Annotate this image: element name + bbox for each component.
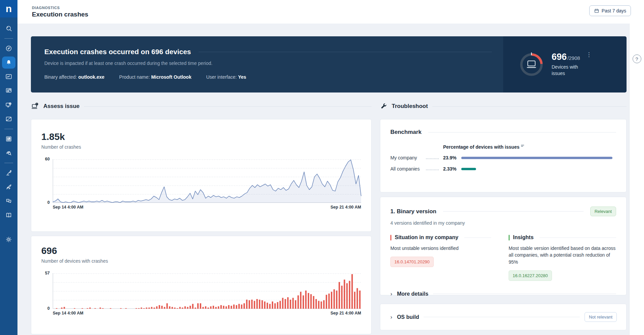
- breadcrumb: DIAGNOSTICS: [32, 6, 88, 10]
- nexthink-logo[interactable]: n: [0, 0, 17, 17]
- alerts-bell-icon[interactable]: [2, 57, 15, 69]
- card-rule: [433, 294, 616, 294]
- impact-subtitle: Device is impacted if at least one crash…: [44, 61, 492, 66]
- nav-divider: [4, 163, 13, 163]
- red-accent-bar: [390, 235, 391, 240]
- chevron-right-icon: ›: [390, 291, 392, 297]
- more-details-toggle[interactable]: › More details: [390, 291, 616, 297]
- devices-gauge-panel: 696 /2908 ⋮ Devices with issues: [503, 36, 627, 92]
- banner-rule: [199, 52, 492, 52]
- crashes-x-axis: Sep 14 4:00 AM Sep 21 4:00 AM: [53, 205, 361, 210]
- wrench-icon: [380, 103, 387, 110]
- benchmark-table: Percentage of devices with issues My com…: [390, 144, 616, 172]
- section-rule: [84, 106, 372, 107]
- impact-banner-main: Execution crashes occurred on 696 device…: [31, 36, 503, 92]
- sub-rule: [540, 237, 616, 238]
- benchmark-card: Benchmark Percentage of devices with iss…: [380, 119, 627, 192]
- kebab-menu-icon[interactable]: ⋮: [586, 53, 592, 56]
- monitoring-chart-icon[interactable]: [2, 71, 15, 83]
- fact-ui: User interface:Yes: [206, 74, 246, 80]
- all-companies-bar: [461, 168, 476, 170]
- assess-issue-column: Assess issue 1.85k Number of crashes 60 …: [31, 102, 372, 334]
- devices-total: /2908: [567, 55, 580, 61]
- sub-rule: [464, 237, 491, 238]
- binary-version-card: 1. Binary version Relevant 4 versions id…: [380, 197, 627, 295]
- settings-gear-icon[interactable]: [2, 233, 15, 246]
- chevron-right-icon: ›: [390, 314, 392, 320]
- devices-chart-card: 696 Number of devices with crashes 57 0 …: [31, 236, 372, 334]
- laptop-icon: [527, 61, 536, 68]
- remote-device-icon[interactable]: [2, 99, 15, 111]
- impact-facts: Binary affected:outlook.exe Product name…: [44, 74, 492, 80]
- more-details-label: More details: [397, 291, 428, 297]
- relevant-badge: Relevant: [590, 207, 616, 216]
- time-period-button[interactable]: Past 7 days: [589, 5, 631, 16]
- binary-version-title: 1. Binary version: [390, 208, 436, 215]
- troubleshoot-column: Troubleshoot Benchmark Percentage of dev…: [380, 102, 627, 334]
- content-edit-icon[interactable]: [2, 113, 15, 125]
- crashes-kpi: 1.85k: [41, 132, 361, 142]
- insights-title: Insights: [513, 234, 533, 240]
- impact-title: Execution crashes occurred on 696 device…: [44, 48, 191, 56]
- help-icon[interactable]: ?: [633, 54, 641, 63]
- crashes-kpi-label: Number of crashes: [41, 144, 361, 150]
- green-accent-bar: [509, 235, 510, 240]
- stable-version-chip[interactable]: 16.0.16227.20280: [509, 270, 552, 281]
- my-company-bar: [461, 157, 612, 159]
- benchmark-row-my-company: My company 23.9%: [390, 155, 616, 160]
- insights-panel: Insights Most stable version identified …: [509, 234, 616, 281]
- devices-bar-chart[interactable]: [53, 273, 361, 309]
- compass-icon[interactable]: [2, 42, 15, 54]
- time-period-label: Past 7 days: [602, 8, 626, 13]
- ai-search-icon[interactable]: [2, 23, 15, 35]
- devices-y-axis: 57 0: [41, 273, 53, 309]
- assess-issue-header: Assess issue: [31, 102, 372, 111]
- situation-panel: Situation in my company Most unstable ve…: [390, 234, 491, 281]
- nav-divider: [4, 129, 13, 129]
- devices-with-issues-value: 696: [552, 52, 567, 62]
- card-rule: [428, 132, 616, 133]
- devices-gauge: [519, 52, 544, 77]
- library-book-icon[interactable]: [2, 209, 15, 221]
- insights-body: Most stable version identified based on …: [509, 245, 616, 265]
- title-block: DIAGNOSTICS Execution crashes: [32, 6, 88, 18]
- unstable-version-chip[interactable]: 16.0.14701.20290: [390, 257, 434, 267]
- user-search-icon[interactable]: [2, 85, 15, 97]
- crashes-y-axis: 60 0: [41, 159, 53, 203]
- troubleshoot-title: Troubleshoot: [392, 103, 428, 110]
- devices-x-axis: Sep 14 4:00 AM Sep 21 4:00 AM: [53, 311, 361, 315]
- help-rail: ?: [629, 24, 644, 335]
- fact-product: Product name:Microsoft Outlook: [119, 74, 191, 80]
- card-rule: [424, 317, 579, 317]
- calendar-icon: [594, 8, 599, 13]
- section-rule: [432, 106, 627, 107]
- gauge-label: Devices with issues: [552, 64, 589, 77]
- main-content: Execution crashes occurred on 696 device…: [17, 24, 629, 335]
- troubleshoot-header: Troubleshoot: [380, 102, 627, 111]
- automation-icon[interactable]: [2, 167, 15, 179]
- benchmark-title: Benchmark: [390, 129, 422, 136]
- launch-rocket-icon[interactable]: [2, 181, 15, 193]
- os-build-title: OS build: [397, 314, 419, 320]
- sidebar-nav: [0, 17, 17, 247]
- nav-divider: [4, 38, 13, 39]
- feedback-chat-icon[interactable]: [2, 195, 15, 207]
- applications-grid-icon[interactable]: [2, 133, 15, 145]
- devices-kpi: 696: [41, 246, 361, 256]
- dotted-leader: [426, 156, 439, 159]
- impact-banner: Execution crashes occurred on 696 device…: [31, 36, 627, 92]
- sort-icon[interactable]: [521, 145, 524, 148]
- investigate-icon[interactable]: [2, 147, 15, 159]
- benchmark-column-header: Percentage of devices with issues: [443, 144, 524, 150]
- not-relevant-badge: Not relevant: [585, 312, 617, 322]
- situation-body: Most unstable versions identified: [390, 245, 491, 252]
- gauge-text: 696 /2908 ⋮ Devices with issues: [552, 52, 592, 77]
- diagnostics-page: n: [0, 0, 644, 335]
- fact-binary: Binary affected:outlook.exe: [44, 74, 104, 80]
- os-build-card[interactable]: › OS build Not relevant: [380, 304, 627, 330]
- crashes-chart-card: 1.85k Number of crashes 60 0 Sep 14 4:00…: [31, 119, 372, 232]
- benchmark-row-all-companies: All companies 2.33%: [390, 166, 616, 172]
- page-title: Execution crashes: [32, 11, 88, 18]
- laptop-alert-icon: [31, 102, 39, 110]
- crashes-line-chart[interactable]: [53, 159, 361, 203]
